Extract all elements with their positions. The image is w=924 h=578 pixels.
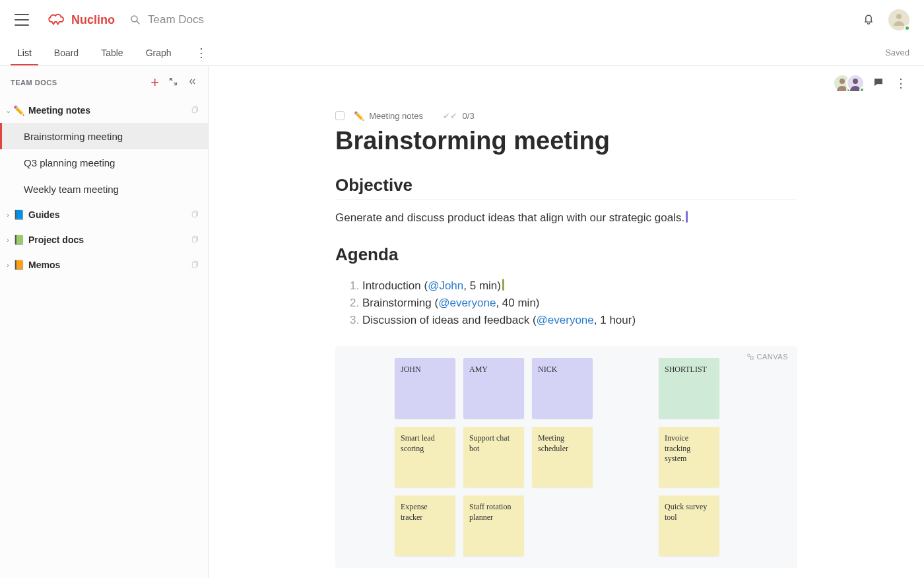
sidebar-item-label: Guides xyxy=(28,209,59,220)
agenda-heading[interactable]: Agenda xyxy=(335,226,797,269)
menu-button[interactable] xyxy=(15,14,29,26)
mention-john[interactable]: @John xyxy=(428,279,463,292)
collection-icon xyxy=(191,105,200,116)
svg-rect-8 xyxy=(192,237,196,242)
notifications-button[interactable] xyxy=(862,13,875,28)
svg-rect-4 xyxy=(192,108,196,113)
breadcrumb-label[interactable]: Meeting notes xyxy=(369,111,423,121)
canvas-card[interactable]: AMY xyxy=(463,358,524,419)
workspace-name: TEAM DOCS xyxy=(11,79,57,87)
add-item-button[interactable]: + xyxy=(150,75,159,90)
sidebar: TEAM DOCS + ⌄ ✏️ Meeting notes Brainstor… xyxy=(0,66,209,578)
checkbox-icon[interactable] xyxy=(335,111,345,120)
canvas-card[interactable]: Invoice tracking system xyxy=(659,427,719,488)
green-book-icon: 📗 xyxy=(13,235,24,245)
objective-heading[interactable]: Objective xyxy=(335,157,797,200)
doc-more-button[interactable]: ⋮ xyxy=(892,76,909,90)
collaborators[interactable] xyxy=(833,74,865,92)
search-placeholder: Team Docs xyxy=(148,13,204,26)
canvas-card[interactable]: Meeting scheduler xyxy=(532,427,593,488)
presence-dot-icon xyxy=(904,25,910,31)
sidebar-item-meeting-notes[interactable]: ⌄ ✏️ Meeting notes xyxy=(0,98,208,123)
search-button[interactable]: Team Docs xyxy=(129,13,204,26)
sidebar-item-guides[interactable]: › 📘 Guides xyxy=(0,202,208,227)
document-pane: ⋮ ✏️ Meeting notes ✔✔ 0/3 Brainstorming … xyxy=(209,66,924,578)
svg-point-11 xyxy=(840,79,845,84)
page-title[interactable]: Brainstorming meeting xyxy=(335,126,797,157)
remote-cursor-icon xyxy=(686,211,688,223)
chevron-right-icon: › xyxy=(4,211,12,219)
collaborator-avatar[interactable] xyxy=(846,74,865,92)
sidebar-item-label: Project docs xyxy=(28,235,84,245)
canvas-card[interactable]: NICK xyxy=(532,358,593,419)
task-count: 0/3 xyxy=(463,111,475,121)
tab-board[interactable]: Board xyxy=(51,41,81,65)
svg-rect-6 xyxy=(192,212,196,217)
expand-button[interactable] xyxy=(168,77,178,89)
svg-rect-14 xyxy=(750,357,753,359)
blue-book-icon: 📘 xyxy=(13,209,24,220)
chevrons-left-icon xyxy=(187,77,197,87)
canvas-card[interactable]: Staff rotation planner xyxy=(463,495,524,556)
sidebar-item-label: Memos xyxy=(28,260,60,270)
canvas-card[interactable]: Smart lead scoring xyxy=(395,427,455,488)
canvas-board[interactable]: CANVAS JOHN AMY NICK SHORTLIST Smart lea… xyxy=(335,346,797,568)
tab-list[interactable]: List xyxy=(15,41,34,65)
collapse-sidebar-button[interactable] xyxy=(187,77,197,89)
canvas-badge: CANVAS xyxy=(746,353,788,361)
sidebar-item-label: Meeting notes xyxy=(28,105,90,116)
mention-everyone[interactable]: @everyone xyxy=(438,297,496,309)
agenda-item[interactable]: 2. Brainstorming (@everyone, 40 min) xyxy=(350,295,797,312)
svg-rect-10 xyxy=(192,262,196,268)
svg-line-1 xyxy=(137,21,139,24)
svg-point-0 xyxy=(131,16,137,22)
save-status: Saved xyxy=(885,48,909,57)
canvas-card[interactable]: Expense tracker xyxy=(395,495,455,556)
pencil-icon: ✏️ xyxy=(13,105,24,116)
chevron-right-icon: › xyxy=(4,236,12,244)
canvas-card[interactable]: Support chat bot xyxy=(463,427,524,488)
brain-icon xyxy=(48,13,67,27)
tab-graph[interactable]: Graph xyxy=(143,41,174,65)
search-icon xyxy=(129,14,141,26)
pencil-icon: ✏️ xyxy=(354,111,364,121)
collection-icon xyxy=(191,260,200,271)
shapes-icon xyxy=(746,353,754,361)
breadcrumb: ✏️ Meeting notes ✔✔ 0/3 xyxy=(335,111,797,126)
brand-logo[interactable]: Nuclino xyxy=(48,13,115,27)
sidebar-item-memos[interactable]: › 📙 Memos xyxy=(0,252,208,277)
svg-point-13 xyxy=(747,354,750,357)
chevron-right-icon: › xyxy=(4,261,12,269)
agenda-item[interactable]: 1. Introduction (@John, 5 min) xyxy=(350,277,797,295)
comment-icon xyxy=(873,77,884,89)
collection-icon xyxy=(191,235,200,246)
expand-icon xyxy=(168,77,178,87)
mention-everyone[interactable]: @everyone xyxy=(537,314,594,326)
chevron-down-icon: ⌄ xyxy=(4,106,12,115)
sidebar-child-q3-planning[interactable]: Q3 planning meeting xyxy=(0,149,208,176)
collection-icon xyxy=(191,209,200,221)
svg-point-12 xyxy=(853,79,858,84)
orange-book-icon: 📙 xyxy=(13,260,24,270)
agenda-item[interactable]: 3. Discussion of ideas and feedback (@ev… xyxy=(350,312,797,329)
double-check-icon: ✔✔ xyxy=(443,111,457,121)
canvas-card[interactable]: SHORTLIST xyxy=(659,358,719,419)
objective-body[interactable]: Generate and discuss product ideas that … xyxy=(335,200,797,227)
sidebar-item-project-docs[interactable]: › 📗 Project docs xyxy=(0,227,208,252)
svg-point-2 xyxy=(896,14,902,19)
tab-table[interactable]: Table xyxy=(98,41,125,65)
presence-dot-icon xyxy=(859,87,865,92)
remote-cursor-icon xyxy=(502,279,504,291)
sidebar-child-brainstorming[interactable]: Brainstorming meeting xyxy=(0,123,208,149)
canvas-card[interactable]: Quick survey tool xyxy=(659,495,719,556)
canvas-card[interactable]: JOHN xyxy=(395,358,455,419)
comments-button[interactable] xyxy=(873,77,884,90)
brand-name: Nuclino xyxy=(71,13,115,27)
tab-more-button[interactable]: ⋮ xyxy=(191,43,211,63)
sidebar-child-weekly-team[interactable]: Weekly team meeting xyxy=(0,176,208,202)
bell-icon xyxy=(862,13,875,26)
agenda-list[interactable]: 1. Introduction (@John, 5 min) 2. Brains… xyxy=(335,269,797,329)
user-avatar[interactable] xyxy=(888,9,909,30)
